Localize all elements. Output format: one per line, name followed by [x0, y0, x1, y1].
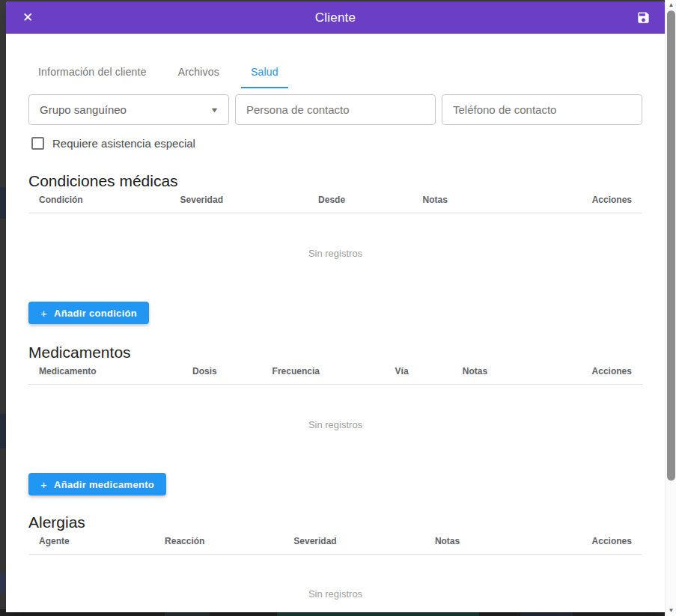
dialog-title: Cliente [6, 10, 665, 25]
tab-informacion-del-cliente[interactable]: Información del cliente [28, 58, 156, 88]
column-header: Desde [308, 195, 412, 205]
add-medication-button-label: Añadir medicamento [54, 479, 154, 490]
plus-icon: + [40, 307, 47, 320]
allergies-table-header: Agente Reacción Severidad Notas Acciones [28, 536, 642, 555]
column-header: Severidad [170, 195, 308, 205]
save-icon-glyph [636, 10, 651, 25]
tab-salud[interactable]: Salud [241, 58, 288, 88]
column-header: Acciones [550, 366, 642, 376]
contact-person-field-wrap [235, 94, 436, 125]
contact-phone-input[interactable] [453, 103, 631, 116]
scrollbar-thumb[interactable] [667, 10, 675, 481]
blood-group-select-label: Grupo sanguíneo [40, 103, 127, 116]
save-icon[interactable] [632, 7, 654, 29]
medications-table-header: Medicamento Dosis Frecuencia Vía Notas A… [28, 366, 642, 385]
column-header: Condición [28, 195, 170, 205]
dialog-body: Información del cliente Archivos Salud G… [6, 34, 665, 612]
background-page-left [0, 0, 6, 616]
column-header: Severidad [283, 536, 424, 546]
column-header: Notas [424, 536, 550, 546]
column-header: Acciones [550, 536, 642, 546]
column-header: Notas [452, 366, 550, 376]
checkbox-unchecked-icon[interactable] [31, 137, 44, 150]
column-header: Frecuencia [262, 366, 385, 376]
medications-empty-state: Sin registros [28, 385, 642, 465]
column-header: Agente [28, 536, 154, 546]
client-dialog: ✕ Cliente Información del cliente Archiv… [6, 1, 665, 612]
column-header: Medicamento [28, 366, 182, 376]
column-header: Vía [385, 366, 452, 376]
plus-icon: + [40, 478, 47, 491]
chevron-down-icon: ▼ [210, 106, 219, 114]
background-fragment [0, 573, 6, 592]
medications-section-title: Medicamentos [28, 344, 642, 362]
column-header: Notas [412, 195, 550, 205]
allergies-section-title: Alergias [28, 513, 642, 531]
column-header: Dosis [182, 366, 262, 376]
allergies-empty-state: Sin registros [28, 555, 642, 600]
scrollbar-down-arrow-icon[interactable]: ▼ [666, 606, 676, 616]
add-condition-button[interactable]: + Añadir condición [28, 302, 149, 324]
tab-archivos[interactable]: Archivos [168, 58, 229, 88]
tab-bar: Información del cliente Archivos Salud [28, 58, 642, 88]
conditions-section-title: Condiciones médicas [28, 172, 642, 190]
background-fragment [0, 414, 6, 448]
dialog-header: ✕ Cliente [6, 1, 665, 34]
contact-phone-field-wrap [442, 94, 642, 125]
close-icon[interactable]: ✕ [16, 7, 39, 29]
background-fragment [0, 187, 6, 219]
special-assistance-label: Requiere asistencia especial [52, 137, 195, 150]
health-form-row: Grupo sanguíneo ▼ [28, 94, 642, 125]
column-header: Reacción [154, 536, 283, 546]
add-medication-button[interactable]: + Añadir medicamento [28, 473, 166, 495]
conditions-table-header: Condición Severidad Desde Notas Acciones [28, 195, 642, 213]
contact-person-input[interactable] [246, 103, 424, 116]
special-assistance-checkbox[interactable]: Requiere asistencia especial [28, 137, 195, 150]
scrollbar-up-arrow-icon[interactable]: ▲ [666, 0, 676, 10]
conditions-empty-state: Sin registros [28, 213, 642, 293]
column-header: Acciones [550, 195, 642, 205]
add-condition-button-label: Añadir condición [54, 308, 137, 319]
blood-group-select[interactable]: Grupo sanguíneo ▼ [28, 94, 229, 125]
page-scrollbar[interactable]: ▲ ▼ [665, 0, 676, 616]
